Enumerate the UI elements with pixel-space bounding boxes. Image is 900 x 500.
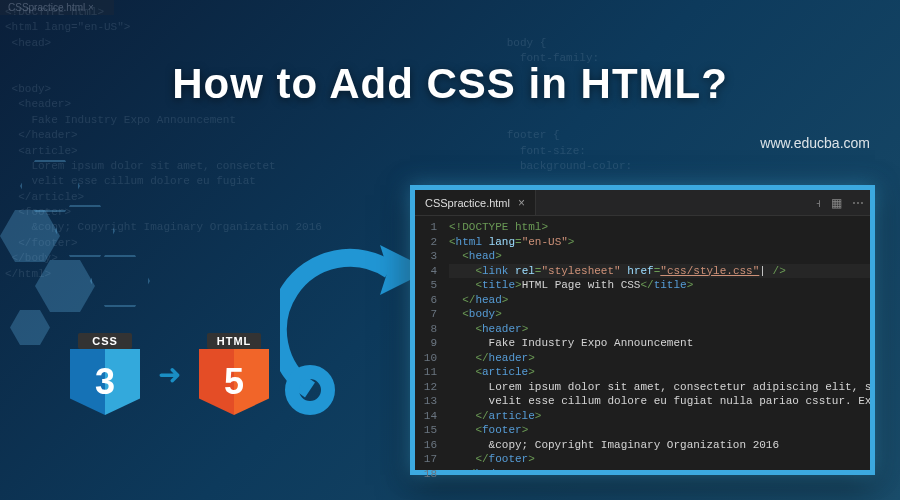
tab-filename: CSSpractice.html	[425, 197, 510, 209]
editor-body[interactable]: 123456789101112131415161718 <!DOCTYPE ht…	[415, 216, 870, 470]
css-badge-label: CSS	[78, 333, 132, 349]
line-number-gutter: 123456789101112131415161718	[415, 216, 443, 470]
css3-badge: CSS 3	[70, 333, 140, 415]
tech-badges: CSS 3 ➜ HTML 5	[70, 333, 269, 415]
html5-badge: HTML 5	[199, 333, 269, 415]
html-badge-number: 5	[199, 349, 269, 415]
preview-icon[interactable]: ▦	[831, 196, 842, 210]
editor-tab[interactable]: CSSpractice.html ×	[415, 190, 536, 215]
close-icon[interactable]: ×	[518, 196, 525, 210]
editor-tabbar: CSSpractice.html × ⫞ ▦ ⋯	[415, 190, 870, 216]
css-badge-number: 3	[70, 349, 140, 415]
more-icon[interactable]: ⋯	[852, 196, 864, 210]
arrow-right-icon: ➜	[158, 358, 181, 391]
split-editor-icon[interactable]: ⫞	[815, 196, 821, 210]
code-content[interactable]: <!DOCTYPE html><html lang="en-US"> <head…	[443, 216, 870, 470]
html-badge-label: HTML	[207, 333, 261, 349]
code-editor-window: CSSpractice.html × ⫞ ▦ ⋯ 123456789101112…	[410, 185, 875, 475]
page-title: How to Add CSS in HTML?	[0, 60, 900, 108]
watermark: www.educba.com	[760, 135, 870, 151]
